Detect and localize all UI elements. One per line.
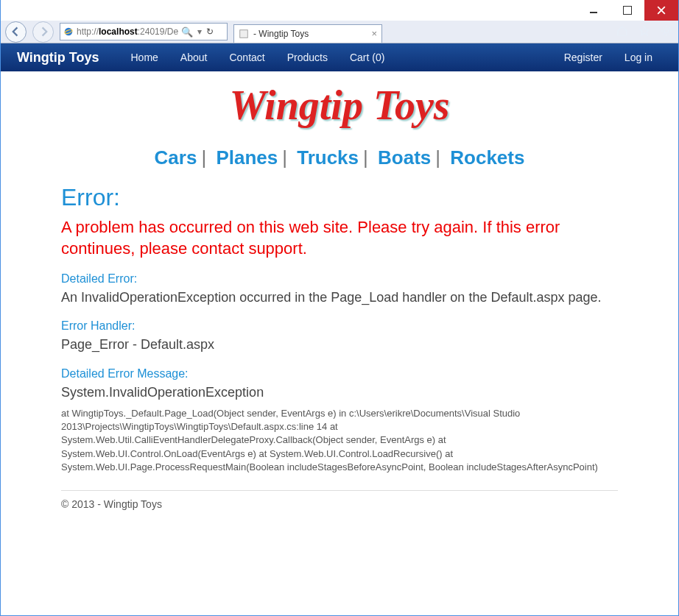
browser-tools (616, 25, 672, 40)
stack-trace: at WingtipToys._Default.Page_Load(Object… (61, 407, 618, 474)
error-content: Error: A problem has occurred on this we… (61, 184, 618, 491)
error-summary: A problem has occurred on this web site.… (61, 217, 618, 259)
search-dropdown-icon[interactable]: 🔍 (181, 26, 193, 38)
favorites-icon[interactable] (638, 25, 650, 40)
cat-rockets[interactable]: Rockets (450, 146, 524, 169)
svg-point-5 (664, 29, 669, 33)
error-msg-label: Detailed Error Message: (61, 367, 618, 380)
refresh-icon[interactable]: ↻ (206, 26, 214, 37)
page-body: Wingtip Toys Cars| Planes| Trucks| Boats… (1, 71, 678, 525)
tools-icon[interactable] (661, 25, 672, 40)
nav-about[interactable]: About (180, 52, 208, 63)
nav-home[interactable]: Home (131, 52, 158, 63)
cat-boats[interactable]: Boats (378, 146, 431, 169)
browser-toolbar: http://localhost:24019/De 🔍 ▾ ↻ - Wingti… (1, 21, 678, 43)
window-titlebar (1, 0, 678, 21)
site-logo[interactable]: Wingtip Toys (229, 82, 449, 128)
address-url: http://localhost:24019/De (77, 26, 178, 37)
divider (61, 490, 618, 491)
error-msg-text: System.InvalidOperationException (61, 383, 618, 401)
detailed-error-text: An InvalidOperationException occurred in… (61, 288, 618, 306)
error-handler-label: Error Handler: (61, 319, 618, 333)
tab-title: - Wingtip Toys (253, 29, 309, 39)
address-bar[interactable]: http://localhost:24019/De 🔍 ▾ ↻ (60, 23, 228, 40)
error-heading: Error: (61, 184, 618, 211)
svg-rect-4 (240, 29, 248, 38)
cat-trucks[interactable]: Trucks (297, 146, 359, 169)
nav-products[interactable]: Products (287, 52, 328, 63)
cat-planes[interactable]: Planes (216, 146, 278, 169)
nav-login[interactable]: Log in (625, 52, 652, 63)
back-button[interactable] (5, 21, 27, 43)
browser-tab[interactable]: - Wingtip Toys × (233, 24, 382, 43)
brand-link[interactable]: Wingtip Toys (17, 50, 99, 66)
ie-icon (63, 26, 74, 37)
category-links: Cars| Planes| Trucks| Boats| Rockets (17, 146, 662, 169)
tab-close-icon[interactable]: × (371, 28, 377, 39)
nav-register[interactable]: Register (564, 52, 602, 63)
window-maximize-button[interactable] (611, 0, 644, 21)
home-icon[interactable] (616, 25, 628, 40)
error-handler-text: Page_Error - Default.aspx (61, 336, 618, 353)
nav-contact[interactable]: Contact (229, 52, 264, 63)
nav-cart[interactable]: Cart (0) (350, 52, 384, 63)
tab-favicon (239, 29, 249, 39)
site-navbar: Wingtip Toys Home About Contact Products… (1, 43, 678, 71)
browser-window: http://localhost:24019/De 🔍 ▾ ↻ - Wingti… (0, 0, 679, 616)
window-close-button[interactable] (644, 0, 678, 21)
cat-cars[interactable]: Cars (155, 146, 197, 169)
page-footer: © 2013 - Wingtip Toys (61, 498, 662, 510)
window-minimize-button[interactable] (577, 0, 611, 21)
detailed-error-label: Detailed Error: (61, 272, 618, 286)
forward-button[interactable] (32, 21, 54, 43)
